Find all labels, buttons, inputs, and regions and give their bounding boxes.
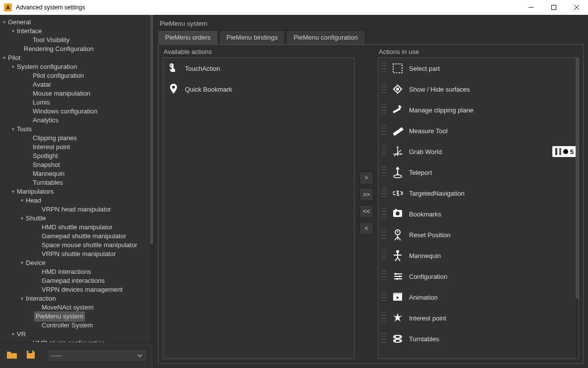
tree-expander-icon[interactable]: ▾ (10, 330, 16, 339)
action-item[interactable]: Turntables (378, 328, 579, 349)
tree-item[interactable]: Avatar (0, 80, 153, 89)
move-button[interactable]: < (359, 222, 373, 235)
tree-item[interactable]: MoveNAct system (0, 303, 153, 312)
tree-expander-icon[interactable]: ▾ (19, 214, 25, 223)
tree-expander-icon[interactable]: ▾ (10, 187, 16, 196)
action-item[interactable]: Grab World5 (378, 141, 579, 162)
drag-handle-icon[interactable] (382, 83, 386, 95)
tree-item[interactable]: ▾Device (0, 259, 153, 267)
tree-item[interactable]: Interest point (0, 143, 153, 152)
drag-handle-icon[interactable] (382, 250, 386, 262)
tree-item[interactable]: ▾VR (0, 330, 153, 339)
tree-expander-icon[interactable]: ▾ (19, 196, 25, 205)
move-button[interactable]: << (359, 205, 373, 218)
drag-handle-icon[interactable] (382, 146, 386, 158)
preset-combo[interactable]: ----- (47, 349, 147, 362)
tree-expander-icon[interactable]: ▾ (1, 18, 7, 27)
close-button[interactable] (565, 0, 588, 15)
action-item[interactable]: Teleport (378, 162, 579, 183)
tree-item[interactable]: HMD plugin configuration (0, 339, 153, 342)
tree-expander-icon[interactable]: ▾ (10, 125, 16, 134)
tree-item[interactable]: Mouse manipulation (0, 89, 153, 98)
action-item-label: Select part (409, 65, 440, 72)
tree-expander-icon[interactable]: ▾ (10, 62, 16, 71)
tree-item[interactable]: Rendering Configuration (0, 45, 153, 53)
minimize-button[interactable] (520, 0, 542, 15)
tree-item[interactable]: ▾Pilot (0, 53, 153, 62)
maximize-button[interactable] (542, 0, 565, 15)
tree-item[interactable]: Turntables (0, 178, 153, 187)
tree-item[interactable]: Gamepad interactions (0, 276, 153, 285)
settings-tree[interactable]: ▾General▾InterfaceTool VisibilityRenderi… (0, 18, 153, 342)
drag-handle-icon[interactable] (382, 166, 386, 178)
tree-item[interactable]: Analytics (0, 116, 153, 125)
tree-expander-icon[interactable]: ▾ (1, 53, 7, 62)
tree-item[interactable]: ▾General (0, 18, 153, 27)
action-item[interactable]: TargetedNavigation (378, 183, 579, 204)
drag-handle-icon[interactable] (382, 291, 386, 303)
drag-handle-icon[interactable] (382, 229, 386, 241)
tree-item[interactable]: ▾Shuttle (0, 214, 153, 223)
actions-in-use-list[interactable]: Select partShow / Hide surfacesManage cl… (378, 57, 579, 359)
tree-item[interactable]: Mannequin (0, 169, 153, 178)
tree-item[interactable]: Pilot configuration (0, 71, 153, 80)
tree-item[interactable]: HMD interactions (0, 267, 153, 276)
tree-item[interactable]: ▾System configuration (0, 62, 153, 71)
action-item[interactable]: Reset Position (378, 224, 579, 245)
tree-scrollbar[interactable] (150, 15, 153, 342)
tree-item[interactable]: Space mouse shuttle manipulator (0, 241, 153, 250)
action-item[interactable]: Select part (378, 58, 579, 79)
tree-item[interactable]: VRPN devices management (0, 285, 153, 294)
available-actions-list[interactable]: TouchActionQuick Bookmark (163, 57, 355, 359)
tree-item[interactable]: Snapshot (0, 160, 153, 169)
tab[interactable]: PieMenu orders (158, 30, 218, 44)
tree-expander-icon[interactable]: ▾ (19, 259, 25, 267)
move-button[interactable]: > (359, 171, 373, 184)
tree-item-label: HMD shuttle manipulator (35, 223, 113, 232)
action-item[interactable]: Quick Bookmark (163, 79, 354, 100)
tree-item[interactable]: ▾Manipulators (0, 187, 153, 196)
tree-item[interactable]: ▾Head (0, 196, 153, 205)
tree-expander-icon[interactable]: ▾ (19, 294, 25, 303)
action-item[interactable]: Measure Tool (378, 120, 579, 141)
action-item[interactable]: Manage clipping plane (378, 100, 579, 120)
tree-item[interactable]: ▾Interface (0, 27, 153, 36)
list-scrollbar[interactable] (576, 58, 579, 359)
action-item[interactable]: Mannequin (378, 245, 579, 266)
action-item[interactable]: Bookmarks (378, 204, 579, 224)
tab[interactable]: PieMenu bindings (219, 30, 285, 44)
tabs: PieMenu ordersPieMenu bindingsPieMenu co… (154, 30, 588, 44)
tree-item[interactable]: Tool Visibility (0, 36, 153, 45)
tree-item[interactable]: VRPN shuttle manipulator (0, 250, 153, 259)
action-item[interactable]: TouchAction (163, 58, 354, 79)
tree-item[interactable]: Windows configuration (0, 107, 153, 116)
drag-handle-icon[interactable] (382, 270, 386, 282)
tree-item[interactable]: Spotlight (0, 152, 153, 160)
tree-item[interactable]: ▾Tools (0, 125, 153, 134)
drag-handle-icon[interactable] (382, 312, 386, 324)
action-item[interactable]: Interest point (378, 308, 579, 328)
drag-handle-icon[interactable] (382, 104, 386, 116)
drag-handle-icon[interactable] (382, 62, 386, 74)
move-button[interactable]: >> (359, 188, 373, 201)
tree-item[interactable]: PieMenu system (0, 312, 153, 321)
open-folder-button[interactable] (6, 349, 18, 362)
tree-item[interactable]: VRPN head manipulator (0, 205, 153, 214)
tree-item[interactable]: Gamepad shuttle manipulator (0, 232, 153, 241)
tab[interactable]: PieMenu configuration (286, 30, 365, 44)
save-button[interactable] (25, 349, 37, 362)
tree-item[interactable]: Lumis (0, 98, 153, 107)
action-item[interactable]: Animation (378, 287, 579, 308)
tree-expander-icon[interactable]: ▾ (10, 27, 16, 36)
drag-handle-icon[interactable] (382, 125, 386, 137)
action-item[interactable]: Show / Hide surfaces (378, 79, 579, 100)
tree-item[interactable]: HMD shuttle manipulator (0, 223, 153, 232)
drag-handle-icon[interactable] (382, 187, 386, 199)
tree-item[interactable]: Clipping planes (0, 134, 153, 143)
pin-icon (167, 83, 180, 96)
tree-item[interactable]: ▾Interaction (0, 294, 153, 303)
tree-item[interactable]: Controller System (0, 321, 153, 330)
drag-handle-icon[interactable] (382, 208, 386, 220)
drag-handle-icon[interactable] (382, 333, 386, 345)
action-item[interactable]: Configuration (378, 266, 579, 287)
